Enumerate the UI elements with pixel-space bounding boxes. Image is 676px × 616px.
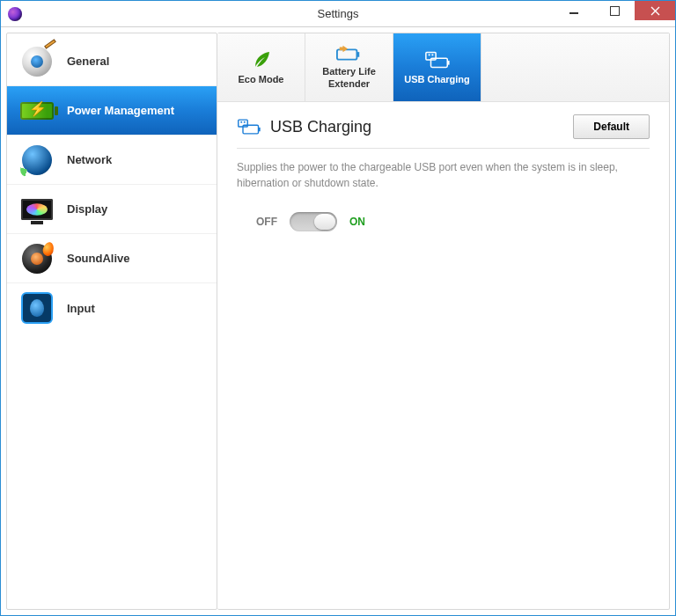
tab-label: USB Charging [404,74,470,85]
monitor-icon [19,192,55,227]
sidebar-item-display[interactable]: Display [7,185,217,234]
settings-window: Settings General Power Management Networ… [0,0,676,616]
usb-charging-icon [424,49,451,70]
speaker-icon [19,241,55,276]
battery-extender-icon [336,45,363,62]
section-title: USB Charging [270,118,564,136]
sidebar-item-soundalive[interactable]: SoundAlive [7,234,217,283]
touch-icon [19,290,55,326]
battery-icon [19,93,55,128]
app-icon [8,7,22,21]
sidebar-item-general[interactable]: General [7,37,217,86]
sidebar-item-label: Network [67,153,112,166]
globe-icon [19,143,55,178]
general-icon [19,44,55,79]
content: USB Charging Default Supplies the power … [217,102,669,609]
close-icon [650,6,660,16]
sidebar-item-input[interactable]: Input [7,283,217,333]
maximize-button[interactable] [594,1,635,20]
tab-usb-charging[interactable]: USB Charging [393,33,481,101]
sidebar-item-label: General [67,55,109,68]
sidebar-item-label: SoundAlive [67,252,130,265]
usb-section-icon [237,117,261,136]
titlebar: Settings [1,1,675,27]
svg-rect-1 [356,52,359,57]
divider [237,148,650,149]
minimize-button[interactable] [554,1,594,20]
body: General Power Management Network Display… [1,27,675,615]
svg-rect-10 [240,121,242,123]
tabs: Eco Mode Battery Life Extender USB Charg… [217,33,669,102]
tab-eco-mode[interactable]: Eco Mode [217,33,305,101]
sidebar-item-network[interactable]: Network [7,136,217,185]
sidebar: General Power Management Network Display… [6,33,217,610]
leaf-icon [251,49,272,70]
default-button[interactable]: Default [573,114,650,139]
section-description: Supplies the power to the chargeable USB… [237,159,624,191]
close-button[interactable] [635,1,675,20]
tab-label: Battery Life Extender [309,66,389,89]
svg-rect-8 [259,128,261,131]
tab-label: Eco Mode [239,74,284,85]
section-header: USB Charging Default [237,114,650,139]
toggle-on-label: ON [349,216,365,228]
sidebar-item-label: Input [67,302,95,315]
window-controls [554,1,675,26]
tab-battery-life-extender[interactable]: Battery Life Extender [305,33,393,101]
usb-charging-toggle-row: OFF ON [256,212,650,231]
sidebar-item-label: Power Management [67,104,174,117]
main-panel: Eco Mode Battery Life Extender USB Charg… [217,33,670,610]
svg-rect-6 [431,54,433,55]
svg-rect-5 [428,54,430,55]
svg-rect-11 [244,121,246,123]
toggle-knob [314,214,335,230]
svg-rect-0 [336,50,356,60]
svg-rect-3 [447,61,449,65]
usb-charging-toggle[interactable] [290,212,337,231]
toggle-off-label: OFF [256,216,277,228]
sidebar-item-label: Display [67,202,107,216]
sidebar-item-power-management[interactable]: Power Management [7,86,217,136]
